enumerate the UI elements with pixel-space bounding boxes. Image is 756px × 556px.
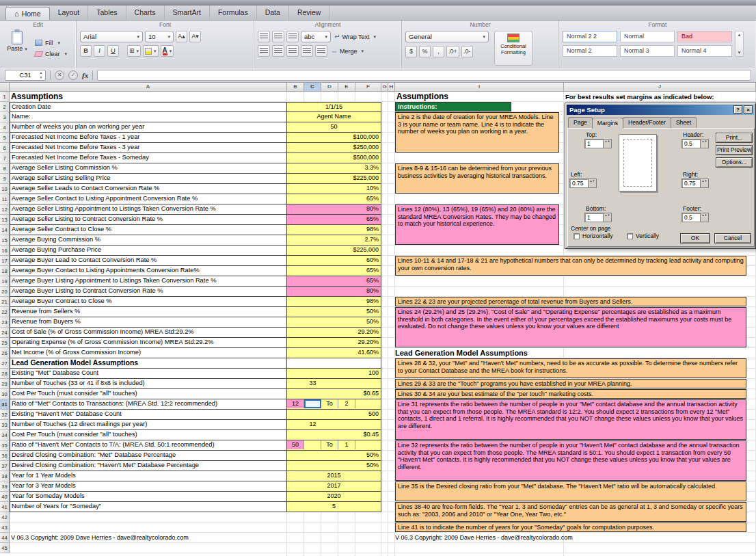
- row-7-label[interactable]: Forecasted Net Income Before Taxes - Som…: [10, 153, 287, 163]
- bottom-margin-input[interactable]: 1: [584, 213, 612, 222]
- row-29-label[interactable]: Number of Touches (33 or 41 if 8x8 is in…: [10, 379, 287, 389]
- row-13-value[interactable]: 65%: [287, 215, 381, 225]
- borders-button[interactable]: ⊞▾: [127, 45, 141, 57]
- cell-C35[interactable]: [304, 440, 321, 449]
- row-41-value[interactable]: 5: [287, 502, 381, 512]
- row-30-label[interactable]: Cost Per Touch (must consider "all" touc…: [10, 389, 287, 399]
- row-18-value[interactable]: 65%: [287, 266, 381, 276]
- ribbon-tab-formulas[interactable]: Formulas: [210, 5, 257, 20]
- instruction-box-9[interactable]: Lines 29 & 33 are the "Touch" programs y…: [395, 379, 746, 388]
- column-header-i[interactable]: I: [395, 83, 564, 92]
- left-margin-input[interactable]: 0.75: [569, 178, 597, 188]
- row-15-label[interactable]: Average Buying Commission %: [10, 235, 287, 246]
- row-header-36[interactable]: 36: [0, 451, 10, 461]
- row-header-19[interactable]: 19: [0, 276, 10, 287]
- tab-header-footer[interactable]: Header/Footer: [623, 117, 671, 128]
- ribbon-tab-data[interactable]: Data: [257, 5, 289, 20]
- row-4-label[interactable]: Number of weeks you plan on working per …: [10, 122, 287, 133]
- instruction-box-11[interactable]: Line 31 represents the ratio between the…: [395, 399, 746, 440]
- increase-decimal-button[interactable]: .0+: [446, 46, 459, 57]
- row-2-value[interactable]: 1/1/15: [287, 102, 381, 112]
- row-header-41[interactable]: 41: [0, 502, 10, 512]
- row-34-value[interactable]: $0.45: [287, 430, 381, 440]
- accept-entry-button[interactable]: ✓: [68, 70, 78, 80]
- cell-D35[interactable]: To: [321, 440, 338, 449]
- column-header-d[interactable]: D: [321, 83, 338, 92]
- row-41-label[interactable]: Number of Years for "Someday": [10, 502, 287, 512]
- row-header-9[interactable]: 9: [0, 174, 10, 184]
- style-normal-4[interactable]: Normal 4: [677, 45, 732, 57]
- font-color-button[interactable]: A▾: [161, 45, 174, 57]
- ribbon-tab-layout[interactable]: Layout: [50, 5, 89, 20]
- insert-function-button[interactable]: fx: [82, 71, 88, 79]
- row-26-value[interactable]: 41.60%: [287, 348, 381, 358]
- row-header-11[interactable]: 11: [0, 194, 10, 204]
- shrink-font-button[interactable]: A▾: [189, 31, 201, 42]
- row-9-value[interactable]: $225,000: [287, 174, 381, 184]
- row-header-5[interactable]: 5: [0, 133, 10, 143]
- column-header-e[interactable]: E: [338, 83, 355, 92]
- row-header-42[interactable]: 42: [0, 512, 10, 522]
- row-header-21[interactable]: 21: [0, 297, 10, 307]
- row-22-value[interactable]: 50%: [287, 307, 381, 317]
- row-11-value[interactable]: 65%: [287, 194, 381, 204]
- instruction-box-3[interactable]: Lines 8-9 & 15-16 can be determined from…: [395, 163, 559, 194]
- row-header-17[interactable]: 17: [0, 256, 10, 266]
- row-21-label[interactable]: Average Buyer Contract to Close %: [10, 297, 287, 307]
- row-28-label[interactable]: Existing "Met" Database Count: [10, 369, 287, 379]
- row-6-value[interactable]: $250,000: [287, 143, 381, 153]
- row-25-value[interactable]: 29.20%: [287, 338, 381, 348]
- row-13-label[interactable]: Average Seller Listing to Contract Conve…: [10, 215, 287, 225]
- row-26-label[interactable]: Net Income (% of Gross Commission Income…: [10, 348, 287, 358]
- row-header-14[interactable]: 14: [0, 225, 10, 235]
- align-left-button[interactable]: [258, 31, 270, 42]
- row-5-label[interactable]: Forecasted Net Income Before Taxes - 1 y…: [10, 133, 287, 143]
- row-17-label[interactable]: Average Buyer Lead to Contact Conversion…: [10, 256, 287, 266]
- row-32-label[interactable]: Existing "Haven't Met" Database Count: [10, 410, 287, 420]
- cell-F31[interactable]: [355, 399, 381, 408]
- row-31-label[interactable]: Ratio of "Met" Contacts to Transactions:…: [10, 399, 287, 410]
- row-header-18[interactable]: 18: [0, 266, 10, 276]
- row-6-label[interactable]: Forecasted Net Income Before Taxes - 3 y…: [10, 143, 287, 153]
- row-header-23[interactable]: 23: [0, 317, 10, 328]
- row-header-32[interactable]: 32: [0, 410, 10, 420]
- name-box[interactable]: C31 ▲▼: [5, 70, 46, 81]
- row-header-6[interactable]: 6: [0, 143, 10, 153]
- dialog-help-button[interactable]: ?: [733, 105, 742, 114]
- ribbon-tab-charts[interactable]: Charts: [126, 5, 165, 20]
- cell-E31[interactable]: 2: [338, 399, 355, 408]
- row-header-37[interactable]: 37: [0, 461, 10, 471]
- align-center-button[interactable]: [272, 31, 284, 42]
- fill-button[interactable]: Fill▾: [35, 40, 67, 47]
- instruction-box-8[interactable]: Lines 28 & 32, your "Met" and "Haven't M…: [395, 358, 746, 378]
- decrease-decimal-button[interactable]: .0-: [461, 46, 473, 57]
- row-14-label[interactable]: Average Seller Contract to Close %: [10, 225, 287, 235]
- row-19-value[interactable]: 65%: [287, 276, 381, 287]
- ribbon-tab-home[interactable]: ⌂Home: [5, 7, 50, 20]
- row-25-label[interactable]: Operating Expense (% of Gross Commission…: [10, 338, 287, 348]
- row-33-label[interactable]: Number of Touches (12 direct mailings pe…: [10, 420, 287, 430]
- instruction-box-2[interactable]: Line 2 is the date of creation for your …: [395, 112, 559, 153]
- italic-button[interactable]: I: [94, 45, 105, 57]
- row-7-value[interactable]: $500,000: [287, 153, 381, 163]
- row-header-26[interactable]: 26: [0, 348, 10, 358]
- instruction-box-5[interactable]: Lines 10-11 & 14 and 17-18 & 21 are hypo…: [395, 256, 746, 276]
- column-header-c[interactable]: C: [304, 83, 321, 92]
- row-24-label[interactable]: Cost of Sale (% of Gross Commission Inco…: [10, 328, 287, 338]
- row-header-43[interactable]: 43: [0, 522, 10, 533]
- tab-page[interactable]: Page: [568, 117, 593, 128]
- row-35-value[interactable]: 50To1: [287, 440, 381, 451]
- header-margin-input[interactable]: 0.5: [681, 139, 709, 148]
- row-37-label[interactable]: Desired Closing Combination: "Haven't Me…: [10, 461, 287, 471]
- row-27-value[interactable]: [287, 358, 381, 369]
- row-22-label[interactable]: Revenue from Sellers %: [10, 307, 287, 317]
- name-box-stepper[interactable]: ▲▼: [38, 70, 44, 80]
- top-margin-input[interactable]: 1: [584, 139, 612, 148]
- cell-E35[interactable]: 1: [338, 440, 355, 449]
- row-header-24[interactable]: 24: [0, 328, 10, 338]
- font-size-select[interactable]: 10▾: [145, 31, 174, 42]
- conditional-formatting-button[interactable]: Conditional Formatting: [494, 31, 532, 66]
- row-3-value[interactable]: Agent Name: [287, 112, 381, 122]
- row-header-4[interactable]: 4: [0, 122, 10, 133]
- row-29-value[interactable]: 33: [287, 379, 381, 389]
